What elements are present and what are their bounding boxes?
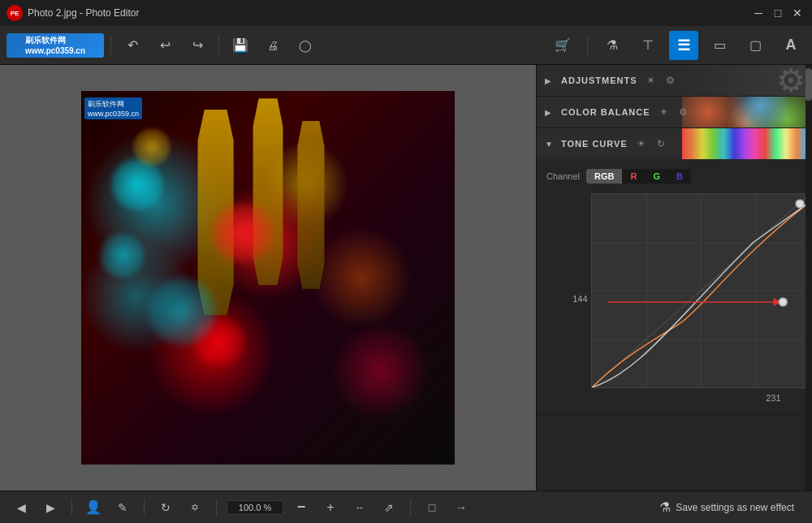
person-button[interactable]: 👤 — [82, 496, 105, 519]
fullscreen-button[interactable]: ⇗ — [378, 496, 400, 519]
color-balance-header[interactable]: COLOR BALANCE ☀ ⚙ — [537, 97, 812, 128]
main-content: 刷乐软件网 www.pc0359.cn ADJUSTMENTS ☀ ⚙ ⚙ — [0, 65, 812, 491]
curve-graph[interactable] — [591, 193, 810, 388]
zoom-display: 100.0 % — [227, 500, 283, 515]
redo-button[interactable]: ↪ — [183, 31, 212, 60]
curve-graph-wrapper: 144 — [565, 193, 784, 404]
save-effect-icon: ⚗ — [659, 499, 671, 515]
scrollbar-thumb[interactable] — [806, 68, 812, 101]
gallery-button[interactable]: ✎ — [111, 496, 134, 519]
adjustments-button[interactable]: ☰ — [669, 31, 698, 60]
title-bar-controls: ─ □ ✕ — [750, 5, 806, 21]
share-button[interactable]: ◯ — [291, 31, 320, 60]
rotate-button[interactable]: ↻ — [154, 496, 177, 519]
adjustments-icons: ☀ ⚙ — [644, 73, 678, 88]
effects-button[interactable]: ⚗ — [598, 31, 627, 60]
tone-curve-label: TONE CURVE — [561, 139, 628, 149]
export-button[interactable]: → — [450, 496, 473, 519]
app-icon: PE — [6, 5, 23, 21]
channel-b-button[interactable]: B — [668, 169, 691, 184]
toolbar-right: 🛒 ⚗ ⊤ ☰ ▭ ▢ A — [548, 31, 806, 60]
nav-next-button[interactable]: ▶ — [39, 496, 62, 519]
nav-prev-button[interactable]: ◀ — [10, 496, 32, 519]
fit-button[interactable]: ↔ — [348, 496, 371, 519]
frame-button[interactable]: ▭ — [705, 31, 734, 60]
toolbar-left: 刷乐软件网www.pc0359.cn ↶ ↩ ↪ 💾 🖨 ◯ — [6, 31, 548, 60]
title-bar: PE Photo 2.jpg - Photo Editor ─ □ ✕ — [0, 0, 812, 26]
status-bar: ◀ ▶ 👤 ✎ ↻ ✡ 100.0 % − + ↔ ⇗ □ → ⚗ Save s… — [0, 491, 812, 523]
curve-top-control-point — [796, 200, 804, 208]
undo-button[interactable]: ↩ — [150, 31, 179, 60]
watermark-line1: 刷乐软件网 — [88, 99, 139, 110]
adjustments-header[interactable]: ADJUSTMENTS ☀ ⚙ ⚙ — [537, 65, 812, 96]
adjustments-settings-icon[interactable]: ⚙ — [663, 73, 678, 88]
cart-button[interactable]: 🛒 — [548, 31, 577, 60]
color-balance-thumbnail — [682, 97, 812, 128]
crop-button[interactable]: ⊤ — [633, 31, 663, 60]
channel-r-button[interactable]: R — [622, 169, 645, 184]
print-button[interactable]: 🖨 — [258, 31, 287, 60]
status-sep-3 — [216, 499, 217, 516]
bokeh-cyan-2 — [100, 233, 145, 278]
tone-curve-content: Channel RGB R G B 144 — [537, 159, 812, 414]
curve-control-point — [779, 298, 787, 306]
adjustments-thumbnail: ⚙ — [682, 65, 812, 96]
curve-svg — [592, 194, 810, 387]
curve-y-label: 144 — [565, 294, 588, 304]
zoom-out-button[interactable]: − — [290, 496, 313, 519]
minimize-button[interactable]: ─ — [750, 5, 767, 21]
tone-curve-thumbnail — [682, 128, 812, 159]
pencil-colors — [682, 128, 812, 159]
zoom-in-button[interactable]: + — [319, 496, 342, 519]
gear-icon: ⚙ — [776, 65, 806, 96]
collage-button[interactable]: ▢ — [741, 31, 770, 60]
color-balance-arrow — [545, 107, 555, 117]
canvas-area: 刷乐软件网 www.pc0359.cn — [0, 65, 536, 491]
tone-curve-eye-icon[interactable]: ☀ — [634, 136, 649, 151]
save-effect-button[interactable]: ⚗ Save settings as new effect — [651, 496, 802, 518]
color-splash — [682, 97, 812, 128]
status-sep-4 — [410, 499, 411, 516]
photo-canvas: 刷乐软件网 www.pc0359.cn — [81, 91, 455, 465]
toolbar-separator-1 — [110, 36, 111, 55]
close-button[interactable]: ✕ — [789, 5, 806, 21]
toolbar-separator-3 — [587, 36, 588, 55]
export-before-button[interactable]: □ — [421, 496, 443, 519]
tone-curve-header[interactable]: TONE CURVE ☀ ↻ — [537, 128, 812, 159]
scrollbar-track[interactable] — [806, 65, 812, 491]
logo-area: 刷乐软件网www.pc0359.cn — [6, 33, 104, 58]
toolbar-separator-2 — [218, 36, 219, 55]
logo-text: 刷乐软件网www.pc0359.cn — [25, 35, 85, 55]
curve-x-label: 231 — [766, 393, 780, 403]
save-button[interactable]: 💾 — [226, 31, 255, 60]
tone-curve-icons: ☀ ↻ — [634, 136, 668, 151]
adjustments-section: ADJUSTMENTS ☀ ⚙ ⚙ — [537, 65, 812, 97]
bokeh-cyan-1 — [111, 158, 163, 210]
channel-rgb-button[interactable]: RGB — [586, 169, 622, 184]
tone-curve-reset-icon[interactable]: ↻ — [654, 136, 668, 151]
watermark-line2: www.pc0359.cn — [88, 110, 139, 118]
guitar-3 — [294, 121, 327, 289]
tone-curve-section: TONE CURVE ☀ ↻ Channel RGB R — [537, 128, 812, 415]
color-balance-section: COLOR BALANCE ☀ ⚙ — [537, 97, 812, 128]
channel-g-button[interactable]: G — [645, 169, 668, 184]
status-sep-2 — [144, 499, 145, 516]
color-balance-settings-icon[interactable]: ⚙ — [676, 105, 691, 119]
bokeh-red-1 — [212, 203, 272, 263]
title-bar-left: PE Photo 2.jpg - Photo Editor — [6, 5, 139, 21]
back-button[interactable]: ↶ — [118, 31, 147, 60]
straighten-button[interactable]: ✡ — [184, 496, 206, 519]
text-button[interactable]: A — [776, 31, 806, 60]
channel-row: Channel RGB R G B — [546, 169, 802, 184]
adjustments-eye-icon[interactable]: ☀ — [644, 73, 659, 88]
right-panel: ADJUSTMENTS ☀ ⚙ ⚙ COLOR BALANCE ☀ ⚙ — [536, 65, 812, 491]
toolbar: 刷乐软件网www.pc0359.cn ↶ ↩ ↪ 💾 🖨 ◯ 🛒 ⚗ ⊤ ☰ ▭… — [0, 26, 812, 65]
save-effect-label: Save settings as new effect — [676, 502, 794, 513]
maximize-button[interactable]: □ — [770, 5, 786, 21]
status-sep-1 — [71, 499, 72, 516]
bokeh-cyan-3 — [149, 278, 216, 345]
color-balance-label: COLOR BALANCE — [561, 107, 650, 117]
curve-graph-inner — [592, 194, 810, 387]
app-icon-text: PE — [11, 10, 19, 17]
color-balance-eye-icon[interactable]: ☀ — [657, 105, 672, 119]
